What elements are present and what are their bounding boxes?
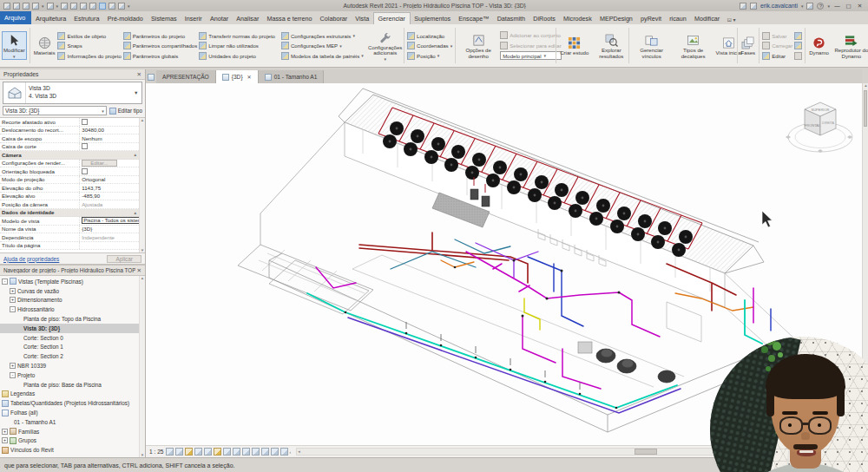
lock-3d-view-icon[interactable] (233, 448, 240, 456)
select-by-id-icon[interactable] (794, 42, 802, 49)
tab-ricaun[interactable]: ricaun (666, 13, 691, 24)
restore-button[interactable]: ▢ (845, 3, 852, 10)
chevron-down-icon[interactable]: ▾ (801, 3, 804, 9)
chevron-down-icon[interactable]: ▾ (827, 3, 830, 9)
manage-links-button[interactable]: Gerenciar vínculos (632, 32, 672, 59)
expand-icon[interactable]: + (10, 297, 16, 303)
edit-selection-button[interactable]: Editar (762, 52, 792, 60)
tab-sistemas[interactable]: Sistemas (147, 13, 181, 24)
dynamo-button[interactable]: Dynamo (808, 35, 830, 56)
temporary-hide-isolate-icon[interactable] (242, 448, 250, 456)
purge-unused-button[interactable]: Limpar não utilizados (199, 42, 275, 49)
properties-filter-select[interactable]: Vista 3D: {3D} ▾ (3, 106, 107, 115)
render-icon[interactable] (204, 448, 212, 456)
property-row[interactable]: Deslocamento do recort...30480,00 (0, 127, 139, 135)
browser-item-active-view[interactable]: Vista 3D: {3D} (0, 324, 139, 333)
viewcube-front-label[interactable]: FRONTAL (805, 123, 821, 128)
property-section[interactable]: Câmera▴ (0, 151, 139, 160)
property-row[interactable]: Configurações de render...Editar... (0, 160, 139, 168)
browser-item[interactable]: Planta de piso: Topo da Piscina (0, 314, 139, 324)
open-icon[interactable] (13, 3, 20, 10)
property-row[interactable]: Título da página (0, 242, 139, 251)
expand-icon[interactable]: + (10, 288, 16, 294)
tab-datasmith[interactable]: Datasmith (493, 13, 529, 24)
expand-icon[interactable]: + (10, 363, 16, 369)
section-icon[interactable] (108, 3, 115, 10)
coordinates-button[interactable]: Coordenadas▾ (407, 42, 452, 49)
scrollbar-thumb[interactable] (864, 90, 867, 127)
collapse-icon[interactable]: - (10, 372, 16, 378)
measure-icon[interactable] (70, 3, 77, 10)
property-row[interactable]: Modo de projeçãoOrtogonal (0, 176, 139, 185)
design-options-button[interactable]: Opções de desenho (458, 32, 498, 59)
tab-pre-moldado[interactable]: Pré-moldado (103, 13, 147, 24)
project-info-button[interactable]: Informações do projeto (57, 52, 121, 60)
property-row[interactable]: DependênciaIndependente (0, 233, 139, 242)
view-template-field[interactable]: Piscina - Todos os sistemas (82, 217, 139, 224)
tab-analisar[interactable]: Analisar (233, 13, 263, 24)
browser-item[interactable]: +Curvas de vazão (0, 286, 139, 296)
mep-settings-button[interactable]: Configurações MEP▾ (281, 42, 364, 49)
tab-pyrevit[interactable]: pyRevit (636, 13, 665, 24)
transfer-standards-button[interactable]: Transferir normas do projeto (199, 32, 275, 40)
close-icon[interactable]: ✕ (247, 74, 252, 80)
search-icon[interactable] (740, 3, 746, 10)
tab-enscape[interactable]: Enscape™ (455, 13, 493, 24)
property-row[interactable]: Nome da vista{3D} (0, 226, 139, 234)
reveal-constraints-icon[interactable] (280, 448, 288, 456)
collapse-icon[interactable]: - (10, 306, 16, 312)
property-row[interactable]: Caixa de escopoNenhum (0, 134, 139, 143)
expand-icon[interactable]: + (2, 429, 8, 435)
property-row[interactable]: Elevação alvo-485,90 (0, 193, 139, 201)
tab-vista[interactable]: Vista (352, 13, 373, 24)
browser-item[interactable]: Planta de piso: Base da Piscina (0, 380, 139, 390)
detail-level-icon[interactable] (166, 448, 174, 456)
app-store-icon[interactable] (806, 3, 813, 10)
snaps-button[interactable]: Snaps (57, 42, 121, 49)
expand-icon[interactable]: + (2, 437, 8, 443)
modify-button[interactable]: Modificar ▾ (2, 31, 27, 60)
tab-inserir[interactable]: Inserir (181, 13, 206, 24)
tab-suplementos[interactable]: Suplementos (411, 13, 455, 24)
browser-item[interactable]: Corte: Section 0 (0, 333, 139, 343)
chevron-down-icon[interactable]: ▾ (42, 3, 44, 9)
tab-arquitetura[interactable]: Arquitetura (31, 13, 69, 24)
close-button[interactable]: ✕ (856, 3, 864, 10)
browser-scrollbar[interactable]: ▲▼ (139, 276, 145, 457)
inquiry-ids-icon[interactable] (794, 32, 802, 40)
chevron-down-icon[interactable]: ▼ (134, 90, 141, 95)
scroll-left-icon[interactable]: ◂ (298, 449, 300, 455)
project-units-button[interactable]: Unidades do projeto (199, 52, 275, 60)
sun-path-icon[interactable] (185, 448, 193, 456)
save-icon[interactable] (23, 3, 30, 10)
checkbox[interactable] (82, 168, 88, 174)
help-icon[interactable]: ? (817, 3, 824, 10)
dimension-icon[interactable] (80, 3, 87, 10)
browser-item[interactable]: -Hidrossanitário (0, 305, 139, 314)
property-row[interactable]: Posição da câmeraAjustada (0, 200, 139, 209)
tab-diroots[interactable]: DiRoots (529, 13, 560, 24)
structural-settings-button[interactable]: Configurações estruturais▾ (281, 32, 364, 40)
global-parameters-button[interactable]: Parâmetros globais (123, 52, 198, 60)
tab-gerenciar[interactable]: Gerenciar (373, 12, 411, 24)
text-icon[interactable] (89, 3, 96, 10)
scrollbar-thumb[interactable] (635, 449, 657, 455)
viewcube-top-label[interactable]: SUPERIOR (812, 108, 830, 112)
visual-style-icon[interactable] (175, 448, 183, 456)
tab-modificar[interactable]: Modificar (690, 13, 723, 24)
decal-types-button[interactable]: Tipos de decalques (674, 32, 713, 59)
property-row[interactable]: Modelo de vistaPiscina - Todos os sistem… (0, 217, 139, 226)
tab-microdesk[interactable]: Microdesk (559, 13, 595, 24)
browser-item-familias[interactable]: +Famílias (0, 427, 139, 436)
browser-item-legendas[interactable]: Legendas (0, 390, 139, 399)
property-section[interactable]: Dados de identidade▴ (0, 209, 139, 218)
browser-item[interactable]: Corte: Section 1 (0, 343, 139, 352)
signed-in-user[interactable]: erik.cavalcanti (760, 3, 798, 9)
shared-parameters-button[interactable]: Parâmetros compartilhados (123, 42, 198, 49)
view-tab-apresentacao[interactable]: APRESENTAÇÃO (156, 70, 216, 83)
property-row[interactable]: Caixa de corte (0, 143, 139, 152)
additional-settings-button[interactable]: Configurações adicionais ▾ (365, 30, 405, 62)
temporary-view-properties-icon[interactable] (261, 448, 269, 456)
property-row[interactable]: Elevação do olho1143,75 (0, 184, 139, 193)
browser-item-grupos[interactable]: +Grupos (0, 436, 139, 446)
